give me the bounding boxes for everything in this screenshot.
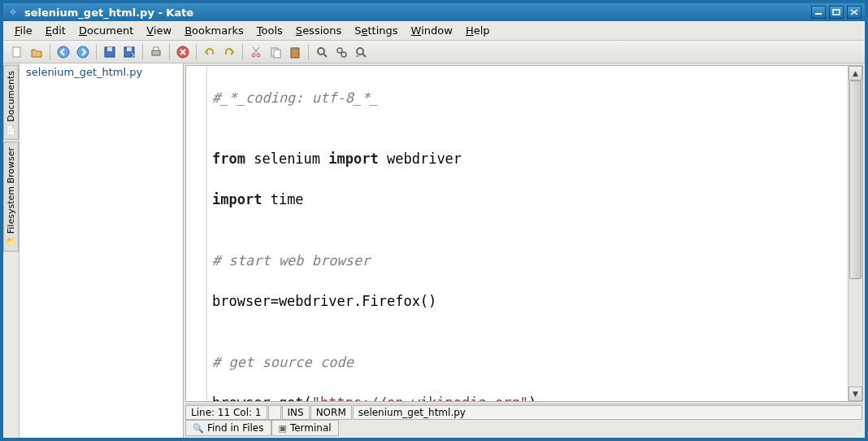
- forward-icon[interactable]: [74, 43, 92, 61]
- toolbar-separator: [142, 44, 143, 60]
- paste-icon[interactable]: [286, 43, 304, 61]
- find-icon[interactable]: [313, 43, 331, 61]
- svg-point-23: [341, 52, 346, 57]
- cut-icon[interactable]: [247, 43, 265, 61]
- menu-bookmarks[interactable]: Bookmarks: [178, 23, 250, 38]
- find-replace-icon[interactable]: [332, 43, 350, 61]
- svg-line-25: [362, 54, 366, 57]
- edit-mode[interactable]: NORM: [310, 405, 352, 420]
- save-as-icon[interactable]: [120, 43, 138, 61]
- menu-edit[interactable]: Edit: [39, 23, 72, 38]
- svg-rect-4: [13, 47, 20, 57]
- status-spacer: [268, 405, 281, 420]
- fold-margin[interactable]: [186, 66, 207, 401]
- svg-rect-10: [127, 47, 132, 51]
- window-title: selenium_get_html.py - Kate: [24, 7, 811, 19]
- menu-view[interactable]: View: [140, 23, 178, 38]
- kate-window: ✧ selenium_get_html.py - Kate File Edit …: [0, 0, 868, 441]
- terminal-icon: ▣: [279, 423, 287, 434]
- open-icon[interactable]: [28, 43, 46, 61]
- main-area: #_*_coding: utf-8_*_ from selenium impor…: [184, 63, 865, 438]
- toolbar-separator: [308, 44, 309, 60]
- svg-rect-11: [152, 50, 160, 55]
- print-icon[interactable]: [147, 43, 165, 61]
- toolbar-separator: [196, 44, 197, 60]
- svg-rect-1: [833, 10, 840, 15]
- maximize-button[interactable]: [829, 6, 844, 19]
- terminal-tab[interactable]: ▣Terminal: [271, 420, 339, 436]
- documents-sidebar: selenium_get_html.py: [20, 63, 184, 438]
- code-view[interactable]: #_*_coding: utf-8_*_ from selenium impor…: [207, 66, 848, 401]
- vertical-tabs: 📄Documents 📁Filesystem Browser: [3, 63, 20, 438]
- titlebar[interactable]: ✧ selenium_get_html.py - Kate: [3, 3, 865, 21]
- editor[interactable]: #_*_coding: utf-8_*_ from selenium impor…: [185, 65, 863, 402]
- filename-status: selenium_get_html.py: [353, 405, 862, 420]
- statusbar: Line: 11 Col: 1 INS NORM selenium_get_ht…: [185, 404, 863, 420]
- scroll-track[interactable]: [848, 81, 862, 386]
- new-icon[interactable]: [8, 43, 26, 61]
- toolbar-separator: [50, 44, 50, 60]
- svg-point-5: [58, 46, 69, 58]
- undo-icon[interactable]: [201, 43, 219, 61]
- app-icon: ✧: [7, 6, 20, 19]
- scroll-thumb[interactable]: [849, 81, 861, 279]
- menu-settings[interactable]: Settings: [348, 23, 404, 38]
- toolbar-separator: [242, 44, 243, 60]
- svg-rect-19: [293, 47, 297, 50]
- svg-point-15: [257, 54, 260, 57]
- minimize-button[interactable]: [811, 6, 826, 19]
- menu-tools[interactable]: Tools: [250, 23, 289, 38]
- search-icon: 🔍: [193, 423, 204, 434]
- menubar: File Edit Document View Bookmarks Tools …: [3, 21, 865, 41]
- insert-mode[interactable]: INS: [282, 405, 310, 420]
- svg-point-14: [252, 54, 255, 57]
- redo-icon[interactable]: [220, 43, 238, 61]
- menu-document[interactable]: Document: [72, 23, 140, 38]
- open-document-item[interactable]: selenium_get_html.py: [20, 63, 183, 81]
- save-icon[interactable]: [101, 43, 119, 61]
- toolbar-separator: [169, 44, 170, 60]
- bottom-tabs: 🔍Find in Files ▣Terminal: [184, 420, 865, 438]
- svg-point-22: [337, 48, 342, 53]
- menu-window[interactable]: Window: [405, 23, 459, 38]
- svg-point-24: [357, 48, 363, 55]
- svg-line-21: [323, 54, 327, 57]
- vertical-scrollbar[interactable]: ▲ ▼: [848, 66, 862, 401]
- svg-point-20: [318, 48, 324, 55]
- window-controls: [811, 6, 861, 19]
- svg-rect-8: [107, 47, 112, 51]
- svg-point-6: [77, 46, 89, 58]
- menu-help[interactable]: Help: [459, 23, 497, 38]
- find-in-files-tab[interactable]: 🔍Find in Files: [185, 420, 271, 436]
- svg-rect-12: [154, 47, 158, 50]
- menu-file[interactable]: File: [8, 23, 39, 38]
- svg-rect-17: [274, 50, 280, 58]
- folder-icon: 📁: [7, 237, 16, 246]
- scroll-down-icon[interactable]: ▼: [848, 386, 862, 401]
- back-icon[interactable]: [54, 43, 72, 61]
- body-area: 📄Documents 📁Filesystem Browser selenium_…: [3, 63, 865, 438]
- find-next-icon[interactable]: [352, 43, 370, 61]
- documents-tab[interactable]: 📄Documents: [3, 65, 19, 140]
- filesystem-browser-tab[interactable]: 📁Filesystem Browser: [3, 142, 19, 251]
- close-button[interactable]: [847, 6, 861, 19]
- cursor-position: Line: 11 Col: 1: [185, 405, 267, 420]
- menu-sessions[interactable]: Sessions: [289, 23, 348, 38]
- copy-icon[interactable]: [267, 43, 284, 61]
- close-doc-icon[interactable]: [174, 43, 192, 61]
- scroll-up-icon[interactable]: ▲: [848, 66, 862, 81]
- toolbar-separator: [96, 44, 97, 60]
- documents-icon: 📄: [7, 125, 16, 134]
- toolbar: [3, 41, 865, 63]
